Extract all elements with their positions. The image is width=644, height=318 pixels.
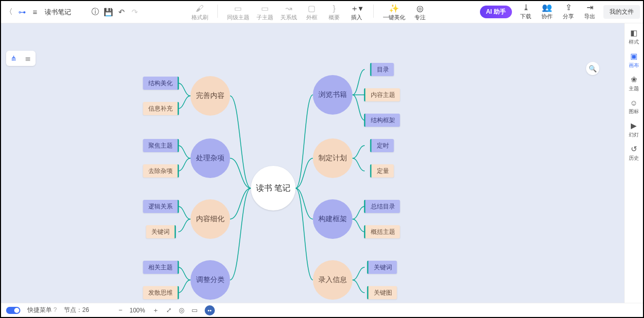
ai-assistant-button[interactable]: AI 助手 — [480, 6, 512, 18]
my-files-button[interactable]: 我的文件 — [603, 5, 640, 19]
branch-r2[interactable]: 制定计划 — [313, 138, 352, 178]
branch-l1[interactable]: 完善内容 — [190, 76, 230, 116]
beautify-button[interactable]: ✨一键美化 — [383, 5, 405, 21]
leaf-r2b[interactable]: 定量 — [370, 164, 394, 178]
branch-l3[interactable]: 内容细化 — [190, 199, 230, 239]
leaf-l2b[interactable]: 去除杂项 — [143, 164, 179, 178]
leaf-l2a[interactable]: 聚焦主题 — [143, 139, 179, 152]
download-button[interactable]: ⤓下载 — [518, 4, 533, 20]
branch-r4[interactable]: 录入信息 — [313, 260, 352, 300]
relation-button[interactable]: ↝关系线 — [280, 5, 297, 21]
assistant-bot-icon[interactable]: •• — [205, 305, 215, 315]
branch-r3[interactable]: 构建框架 — [313, 199, 352, 239]
document-title-input[interactable] — [44, 8, 86, 16]
leaf-r1c[interactable]: 结构框架 — [364, 114, 400, 127]
leaf-r1a[interactable]: 目录 — [370, 63, 394, 76]
back-icon[interactable]: 〈 — [4, 8, 13, 17]
top-toolbar: 〈 ⊶ ≡ ⓘ 💾 ↶ ↷ 🖌格式刷 ▭同级主题 ▭子主题 ↝关系线 ▢外框 }… — [1, 1, 643, 23]
leaf-r3a[interactable]: 总结目录 — [364, 200, 400, 213]
format-painter-button[interactable]: 🖌格式刷 — [191, 5, 208, 21]
leaf-r2a[interactable]: 定时 — [370, 139, 394, 152]
leaf-l3b[interactable]: 关键词 — [146, 225, 176, 238]
quickmenu-label: 快捷菜单 ? — [27, 306, 57, 314]
zoom-out-icon[interactable]: − — [118, 306, 122, 314]
outline-view-icon[interactable]: ≣ — [22, 53, 34, 64]
summary-button[interactable]: }概要 — [327, 5, 342, 21]
leaf-l4b[interactable]: 发散思维 — [143, 286, 179, 299]
view-switch: ⋔ ≣ — [6, 51, 36, 66]
share-view-icon[interactable]: ⋔ — [8, 53, 19, 64]
leaf-l1b[interactable]: 信息补充 — [143, 102, 179, 115]
mindmap-links — [1, 23, 625, 303]
zoom-in-icon[interactable]: ＋ — [152, 306, 159, 315]
export-button[interactable]: ⇥导出 — [582, 4, 597, 20]
side-slideshow[interactable]: ▶幻灯 — [629, 121, 639, 138]
share-button[interactable]: ⇪分享 — [561, 4, 576, 20]
menu-icon[interactable]: ≡ — [30, 8, 40, 17]
zoom-level: 100% — [130, 307, 145, 314]
sibling-topic-button[interactable]: ▭同级主题 — [227, 5, 249, 21]
child-topic-button[interactable]: ▭子主题 — [256, 5, 273, 21]
locate-icon[interactable]: ◎ — [179, 306, 184, 314]
leaf-r3b[interactable]: 概括主题 — [364, 225, 400, 238]
side-icons[interactable]: ☺图标 — [629, 98, 639, 115]
side-history[interactable]: ↺历史 — [629, 145, 639, 162]
mindmap-mode-icon[interactable]: ⊶ — [17, 8, 26, 17]
leaf-r1b[interactable]: 内容主题 — [364, 88, 400, 101]
side-style[interactable]: ◧样式 — [629, 28, 639, 46]
undo-icon[interactable]: ↶ — [117, 8, 126, 17]
frame-button[interactable]: ▢外框 — [304, 5, 319, 21]
quickmenu-toggle[interactable] — [6, 307, 20, 314]
leaf-r4a[interactable]: 关键词 — [367, 261, 397, 274]
search-icon[interactable]: 🔍 — [586, 62, 599, 75]
leaf-r4b[interactable]: 关键图 — [367, 286, 397, 299]
branch-r1[interactable]: 浏览书籍 — [313, 75, 352, 115]
insert-button[interactable]: ＋▾插入 — [349, 5, 364, 21]
leaf-l1a[interactable]: 结构美化 — [143, 77, 179, 90]
status-bar: 快捷菜单 ? 节点：26 − 100% ＋ ⤢ ◎ ▭ •• — [1, 303, 643, 317]
node-count: 节点：26 — [64, 306, 89, 314]
branch-l4[interactable]: 调整分类 — [190, 260, 230, 300]
mindmap-center[interactable]: 读书 笔记 — [251, 166, 296, 210]
minimap-icon[interactable]: ▭ — [191, 306, 198, 314]
side-canvas[interactable]: ▣画布 — [629, 52, 639, 69]
leaf-l4a[interactable]: 相关主题 — [143, 261, 179, 274]
collab-button[interactable]: 👥协作 — [539, 4, 555, 20]
redo-icon[interactable]: ↷ — [130, 8, 139, 17]
save-icon[interactable]: 💾 — [104, 8, 113, 17]
focus-button[interactable]: ◎专注 — [412, 5, 428, 21]
mindmap-canvas[interactable]: ⋔ ≣ 🔍 读书 笔记完善内容结构美化信息补充处理杂项聚焦主题去除杂项内容细化逻… — [1, 23, 625, 303]
leaf-l3a[interactable]: 逻辑关系 — [143, 200, 179, 213]
info-icon[interactable]: ⓘ — [90, 8, 100, 17]
right-sidebar: ◧样式 ▣画布 ❀主题 ☺图标 ▶幻灯 ↺历史 — [624, 23, 643, 303]
fit-icon[interactable]: ⤢ — [166, 306, 172, 314]
side-theme[interactable]: ❀主题 — [629, 75, 639, 92]
branch-l2[interactable]: 处理杂项 — [190, 138, 230, 178]
